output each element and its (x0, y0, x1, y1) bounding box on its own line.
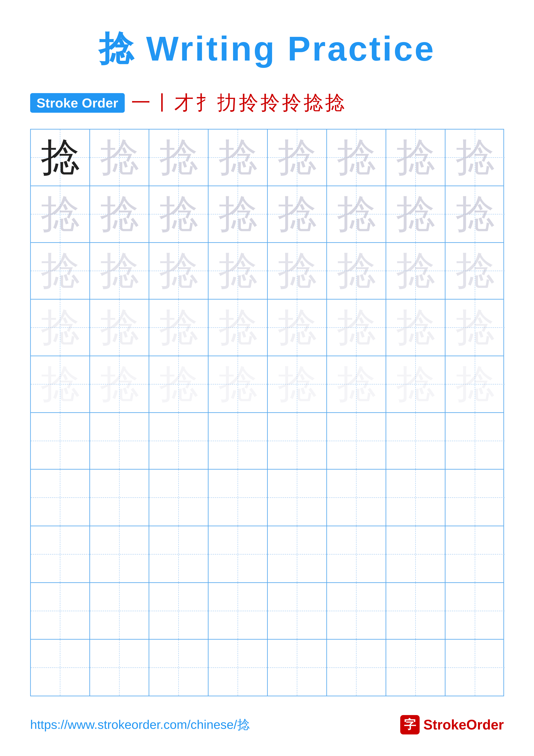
grid-cell-4-1[interactable]: 捻 (31, 300, 90, 356)
grid-cell-6-8[interactable] (445, 413, 505, 469)
grid-cell-3-4[interactable]: 捻 (209, 243, 268, 299)
grid-cell-8-6[interactable] (327, 526, 386, 582)
char-light: 捻 (456, 308, 495, 347)
char-light: 捻 (218, 138, 257, 177)
grid-cell-1-2[interactable]: 捻 (90, 129, 149, 186)
grid-cell-5-3[interactable]: 捻 (149, 356, 209, 412)
grid-cell-5-7[interactable]: 捻 (386, 356, 445, 412)
char-light: 捻 (337, 252, 376, 290)
strokeorder-logo-icon: 字 (400, 715, 420, 735)
grid-cell-2-4[interactable]: 捻 (209, 186, 268, 242)
grid-cell-10-2[interactable] (90, 640, 149, 696)
grid-cell-7-7[interactable] (386, 470, 445, 526)
grid-cell-5-5[interactable]: 捻 (268, 356, 327, 412)
stroke-6: 拎 (239, 90, 258, 116)
grid-cell-3-3[interactable]: 捻 (149, 243, 209, 299)
char-light: 捻 (456, 365, 495, 404)
grid-cell-9-6[interactable] (327, 583, 386, 639)
grid-cell-2-3[interactable]: 捻 (149, 186, 209, 242)
grid-cell-4-2[interactable]: 捻 (90, 300, 149, 356)
char-light: 捻 (159, 138, 198, 177)
grid-cell-1-1[interactable]: 捻 (31, 129, 90, 186)
grid-cell-2-6[interactable]: 捻 (327, 186, 386, 242)
grid-cell-1-3[interactable]: 捻 (149, 129, 209, 186)
grid-cell-6-7[interactable] (386, 413, 445, 469)
stroke-4: 扌 (196, 90, 215, 116)
grid-cell-4-4[interactable]: 捻 (209, 300, 268, 356)
grid-cell-3-1[interactable]: 捻 (31, 243, 90, 299)
grid-cell-5-1[interactable]: 捻 (31, 356, 90, 412)
grid-cell-3-7[interactable]: 捻 (386, 243, 445, 299)
grid-cell-6-1[interactable] (31, 413, 90, 469)
grid-cell-1-6[interactable]: 捻 (327, 129, 386, 186)
grid-cell-5-4[interactable]: 捻 (209, 356, 268, 412)
grid-cell-10-8[interactable] (445, 640, 505, 696)
grid-cell-4-5[interactable]: 捻 (268, 300, 327, 356)
grid-cell-3-6[interactable]: 捻 (327, 243, 386, 299)
grid-cell-8-2[interactable] (90, 526, 149, 582)
grid-cell-8-5[interactable] (268, 526, 327, 582)
grid-cell-1-7[interactable]: 捻 (386, 129, 445, 186)
grid-cell-10-4[interactable] (209, 640, 268, 696)
grid-cell-4-3[interactable]: 捻 (149, 300, 209, 356)
grid-row-7 (31, 470, 503, 526)
char-light: 捻 (456, 195, 495, 233)
grid-cell-3-8[interactable]: 捻 (445, 243, 505, 299)
grid-cell-7-3[interactable] (149, 470, 209, 526)
grid-cell-7-2[interactable] (90, 470, 149, 526)
grid-cell-2-2[interactable]: 捻 (90, 186, 149, 242)
grid-cell-7-4[interactable] (209, 470, 268, 526)
grid-cell-10-5[interactable] (268, 640, 327, 696)
char-light: 捻 (41, 308, 80, 347)
stroke-2: 丨 (153, 90, 172, 116)
grid-cell-2-7[interactable]: 捻 (386, 186, 445, 242)
grid-cell-3-2[interactable]: 捻 (90, 243, 149, 299)
grid-cell-6-4[interactable] (209, 413, 268, 469)
grid-row-5: 捻 捻 捻 捻 捻 捻 捻 捻 (31, 356, 503, 413)
grid-cell-9-3[interactable] (149, 583, 209, 639)
grid-cell-9-4[interactable] (209, 583, 268, 639)
footer-url[interactable]: https://www.strokeorder.com/chinese/捻 (30, 716, 250, 733)
grid-cell-6-2[interactable] (90, 413, 149, 469)
grid-cell-1-4[interactable]: 捻 (209, 129, 268, 186)
grid-cell-2-8[interactable]: 捻 (445, 186, 505, 242)
grid-cell-8-8[interactable] (445, 526, 505, 582)
grid-cell-7-8[interactable] (445, 470, 505, 526)
char-light: 捻 (100, 195, 139, 233)
grid-cell-9-1[interactable] (31, 583, 90, 639)
grid-cell-4-7[interactable]: 捻 (386, 300, 445, 356)
char-light: 捻 (278, 195, 317, 233)
grid-cell-5-8[interactable]: 捻 (445, 356, 505, 412)
char-light: 捻 (337, 195, 376, 233)
grid-cell-8-3[interactable] (149, 526, 209, 582)
grid-row-6 (31, 413, 503, 470)
stroke-1: 一 (131, 90, 151, 116)
stroke-sequence: 一 丨 才 扌 扐 拎 拎 拎 捻 捻 (131, 90, 344, 116)
grid-cell-10-1[interactable] (31, 640, 90, 696)
grid-cell-9-7[interactable] (386, 583, 445, 639)
grid-cell-7-6[interactable] (327, 470, 386, 526)
grid-cell-1-8[interactable]: 捻 (445, 129, 505, 186)
grid-cell-7-1[interactable] (31, 470, 90, 526)
grid-cell-5-6[interactable]: 捻 (327, 356, 386, 412)
grid-cell-10-6[interactable] (327, 640, 386, 696)
grid-cell-7-5[interactable] (268, 470, 327, 526)
grid-cell-5-2[interactable]: 捻 (90, 356, 149, 412)
grid-cell-8-1[interactable] (31, 526, 90, 582)
grid-cell-2-1[interactable]: 捻 (31, 186, 90, 242)
grid-cell-4-8[interactable]: 捻 (445, 300, 505, 356)
grid-cell-4-6[interactable]: 捻 (327, 300, 386, 356)
grid-cell-9-8[interactable] (445, 583, 505, 639)
grid-cell-6-3[interactable] (149, 413, 209, 469)
grid-cell-8-4[interactable] (209, 526, 268, 582)
grid-cell-1-5[interactable]: 捻 (268, 129, 327, 186)
grid-cell-2-5[interactable]: 捻 (268, 186, 327, 242)
grid-cell-8-7[interactable] (386, 526, 445, 582)
grid-cell-10-7[interactable] (386, 640, 445, 696)
grid-cell-6-5[interactable] (268, 413, 327, 469)
grid-cell-9-5[interactable] (268, 583, 327, 639)
grid-cell-6-6[interactable] (327, 413, 386, 469)
grid-cell-3-5[interactable]: 捻 (268, 243, 327, 299)
grid-cell-9-2[interactable] (90, 583, 149, 639)
grid-cell-10-3[interactable] (149, 640, 209, 696)
